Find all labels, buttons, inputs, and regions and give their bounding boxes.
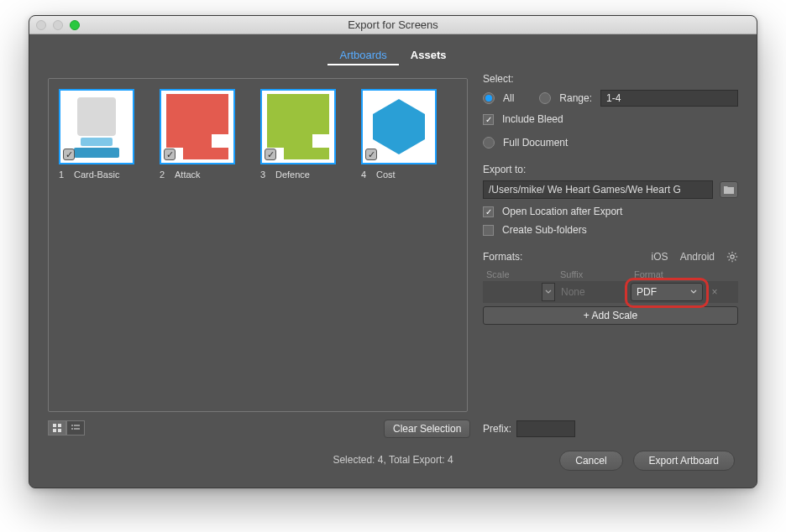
include-bleed-checkbox[interactable] <box>483 114 494 125</box>
artboard-list-pane: ✓ 1Card-Basic ✓ 2Attack <box>48 78 468 412</box>
svg-rect-5 <box>71 425 73 426</box>
android-preset-link[interactable]: Android <box>680 251 715 263</box>
cancel-button[interactable]: Cancel <box>559 451 622 471</box>
export-artboard-button[interactable]: Export Artboard <box>633 451 735 471</box>
svg-rect-7 <box>71 428 73 430</box>
suffix-input[interactable] <box>557 283 626 301</box>
svg-point-9 <box>731 255 734 258</box>
format-dropdown[interactable]: PDF <box>631 283 703 301</box>
clear-selection-button[interactable]: Clear Selection <box>384 420 470 438</box>
select-all-label: All <box>503 92 514 104</box>
tab-artboards[interactable]: Artboards <box>328 46 398 65</box>
view-mode-toggle <box>48 420 85 436</box>
include-bleed-label: Include Bleed <box>502 113 563 125</box>
gear-icon <box>726 251 738 263</box>
artboard-thumbnail[interactable]: ✓ <box>59 89 134 164</box>
format-value: PDF <box>637 286 657 298</box>
range-input[interactable] <box>600 90 738 107</box>
svg-rect-6 <box>74 425 80 426</box>
format-column-header: Format <box>631 269 706 279</box>
select-all-radio[interactable] <box>483 92 495 104</box>
open-location-label: Open Location after Export <box>502 206 622 217</box>
svg-line-15 <box>735 259 736 260</box>
scale-column-header: Scale <box>483 269 557 279</box>
scale-input[interactable] <box>483 283 542 301</box>
svg-rect-8 <box>74 428 80 430</box>
artboard-item[interactable]: ✓ 2Attack <box>160 89 235 180</box>
chevron-down-icon <box>690 289 697 295</box>
artboard-thumbnail[interactable]: ✓ <box>160 89 235 164</box>
svg-line-16 <box>729 259 730 260</box>
artboard-item[interactable]: ✓ 3Defence <box>260 89 336 180</box>
format-settings-button[interactable] <box>726 251 738 263</box>
tab-bar: Artboards Assets <box>29 46 757 65</box>
chevron-down-icon <box>545 289 552 295</box>
artboard-name: Card-Basic <box>74 170 119 180</box>
remove-format-button[interactable]: × <box>708 286 721 298</box>
open-location-checkbox[interactable] <box>483 206 494 217</box>
full-document-radio[interactable] <box>483 137 495 149</box>
artboard-selected-checkbox[interactable]: ✓ <box>164 149 176 160</box>
svg-rect-1 <box>53 424 56 427</box>
full-document-label: Full Document <box>503 137 568 149</box>
artboard-name: Cost <box>376 170 396 180</box>
artboard-index: 2 <box>160 170 166 180</box>
format-row: PDF × <box>483 281 738 303</box>
artboard-selected-checkbox[interactable]: ✓ <box>365 149 377 160</box>
svg-line-14 <box>729 253 730 254</box>
scale-dropdown-arrow[interactable] <box>542 283 555 301</box>
artboard-thumbnail[interactable]: ✓ <box>361 89 437 164</box>
create-subfolders-label: Create Sub-folders <box>502 224 587 236</box>
options-pane: Select: All Range: Include Bleed Full Do… <box>483 73 738 325</box>
add-scale-button[interactable]: + Add Scale <box>483 306 738 325</box>
grid-view-button[interactable] <box>48 420 66 436</box>
grid-icon <box>52 423 62 433</box>
window-title: Export for Screens <box>29 18 757 31</box>
create-subfolders-checkbox[interactable] <box>483 225 494 236</box>
prefix-label: Prefix: <box>483 423 511 435</box>
titlebar: Export for Screens <box>29 16 757 34</box>
export-path-field[interactable]: /Users/mike/ We Heart Games/We Heart G <box>483 180 713 199</box>
tab-assets[interactable]: Assets <box>399 46 458 65</box>
artboard-index: 4 <box>361 170 368 180</box>
list-view-button[interactable] <box>66 420 85 436</box>
prefix-input[interactable] <box>516 420 575 437</box>
svg-line-17 <box>735 253 736 254</box>
artboard-thumbnail[interactable]: ✓ <box>260 89 336 164</box>
dialog-window: Export for Screens Artboards Assets ✓ <box>29 15 757 488</box>
artboard-selected-checkbox[interactable]: ✓ <box>265 149 276 160</box>
formats-label: Formats: <box>483 251 522 263</box>
select-range-label: Range: <box>559 92 592 104</box>
svg-rect-4 <box>58 429 61 432</box>
ios-preset-link[interactable]: iOS <box>652 251 668 263</box>
svg-rect-3 <box>53 429 56 432</box>
select-label: Select: <box>483 73 738 85</box>
artboard-name: Attack <box>175 170 201 180</box>
artboard-index: 3 <box>260 170 267 180</box>
dialog-content: Artboards Assets ✓ 1Card-Basic <box>29 34 757 488</box>
artboard-item[interactable]: ✓ 1Card-Basic <box>59 89 134 180</box>
export-to-label: Export to: <box>483 164 738 175</box>
artboard-index: 1 <box>59 170 66 180</box>
formats-header-row: Scale Suffix Format <box>483 268 738 281</box>
suffix-column-header: Suffix <box>557 269 631 279</box>
select-range-radio[interactable] <box>539 92 551 104</box>
folder-icon <box>723 185 735 195</box>
artboard-selected-checkbox[interactable]: ✓ <box>63 149 75 160</box>
svg-rect-2 <box>58 424 61 427</box>
artboard-name: Defence <box>275 170 310 180</box>
list-icon <box>71 423 81 433</box>
artboard-item[interactable]: ✓ 4Cost <box>361 89 437 180</box>
svg-marker-0 <box>373 99 425 154</box>
browse-folder-button[interactable] <box>720 181 738 198</box>
formats-table: Scale Suffix Format <box>483 268 738 325</box>
